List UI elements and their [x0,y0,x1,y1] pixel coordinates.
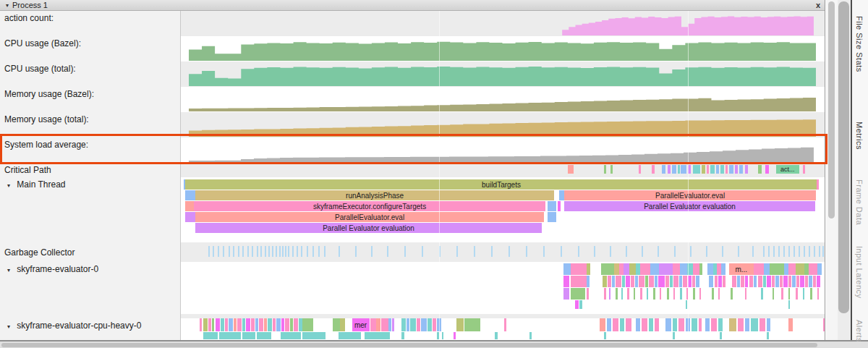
trace-block[interactable] [587,276,590,287]
trace-block[interactable] [563,263,571,275]
trace-block[interactable] [543,246,545,257]
trace-block[interactable] [707,165,709,174]
trace-block[interactable] [738,318,744,331]
trace-block[interactable] [767,318,770,331]
trace-block[interactable] [673,276,678,287]
trace-block[interactable] [767,276,771,287]
trace-block[interactable] [563,288,569,300]
trace-block[interactable] [622,276,625,287]
trace-block[interactable] [442,332,443,339]
trace-block[interactable] [796,263,804,275]
trace-block[interactable] [264,318,267,331]
trace-block[interactable] [764,263,770,275]
trace-block[interactable] [819,246,820,257]
trace-block[interactable] [285,246,286,257]
trace-span[interactable]: Parallel Evaluator evaluation [195,223,542,233]
trace-block[interactable] [297,246,298,257]
trace-block[interactable] [668,165,671,174]
trace-block[interactable] [422,246,423,257]
trace-block[interactable] [579,300,582,309]
trace-block[interactable] [212,318,214,331]
trace-block[interactable] [737,276,740,287]
trace-block[interactable] [281,318,284,331]
trace-block[interactable] [702,165,705,174]
trace-block[interactable] [665,276,669,287]
trace-block[interactable] [609,288,610,300]
trace-block[interactable] [665,318,671,331]
trace-block[interactable] [809,246,810,257]
trace-block[interactable] [285,318,289,331]
trace-block[interactable] [709,276,713,287]
trace-block[interactable] [804,246,805,257]
trace-block[interactable] [692,276,695,287]
trace-block[interactable] [662,165,665,174]
trace-block[interactable] [268,246,270,257]
tab-file-size-stats[interactable]: File Size Stats [855,16,864,72]
trace-block[interactable] [674,246,676,257]
trace-block[interactable] [221,318,224,331]
trace-block[interactable] [333,318,340,331]
trace-block[interactable] [634,288,635,300]
trace-block[interactable] [788,276,791,287]
thread-track-main[interactable]: buildTargetsrunAnalysisPhaseParallelEval… [181,177,825,242]
thread-header-skyframe-evaluator-0[interactable]: ▾ skyframe-evaluator-0 [0,262,181,314]
trace-block[interactable] [559,190,564,200]
trace-block[interactable] [616,276,621,287]
trace-block[interactable] [629,263,636,275]
scrollbar-thumb[interactable] [838,1,849,313]
trace-block[interactable] [673,318,677,331]
trace-block[interactable] [636,318,640,331]
trace-block[interactable] [229,246,230,257]
trace-block[interactable] [647,288,648,300]
trace-block[interactable] [723,276,726,287]
trace-block[interactable] [693,263,699,275]
trace-block[interactable] [768,246,770,257]
trace-block[interactable] [660,288,661,300]
trace-block[interactable] [401,318,406,331]
trace-block[interactable] [658,246,659,257]
trace-block[interactable] [670,276,673,287]
trace-block[interactable] [803,288,804,300]
trace-block[interactable] [238,246,239,257]
trace-block[interactable] [439,246,441,257]
trace-block[interactable] [208,246,210,257]
trace-block[interactable] [729,318,736,331]
trace-block[interactable] [365,332,390,339]
garbage-collector-track[interactable] [181,242,825,262]
trace-block[interactable] [548,201,556,211]
trace-block[interactable] [548,212,556,222]
trace-block[interactable] [627,288,629,300]
trace-block[interactable] [763,276,766,287]
trace-block[interactable] [251,318,255,331]
trace-block[interactable] [568,165,574,174]
trace-block[interactable] [652,165,655,174]
trace-block[interactable] [370,318,376,331]
trace-block[interactable] [626,276,630,287]
counter-track[interactable] [181,112,825,137]
trace-block[interactable] [722,246,723,257]
trace-block[interactable] [613,318,618,331]
trace-block[interactable] [796,276,799,287]
trace-block[interactable] [796,288,798,300]
trace-block[interactable] [252,246,253,257]
trace-block[interactable] [773,246,775,257]
counter-chart[interactable] [181,112,825,137]
trace-block[interactable] [600,318,605,331]
trace-block[interactable] [760,318,765,331]
critical-path-track[interactable]: act... [181,163,825,177]
trace-block[interactable] [290,318,293,331]
trace-block[interactable] [233,246,234,257]
trace-block[interactable] [720,332,722,339]
trace-block[interactable] [276,246,277,257]
trace-block[interactable] [758,165,762,174]
trace-block[interactable] [732,276,736,287]
trace-span[interactable]: buildTargets [185,179,817,190]
trace-block[interactable] [268,318,272,331]
trace-block[interactable] [758,276,762,287]
trace-block[interactable] [339,246,340,257]
trace-block[interactable] [421,318,427,331]
trace-block[interactable] [318,246,320,257]
trace-block[interactable] [495,332,498,339]
trace-block[interactable] [417,318,420,331]
trace-block[interactable] [642,318,647,331]
